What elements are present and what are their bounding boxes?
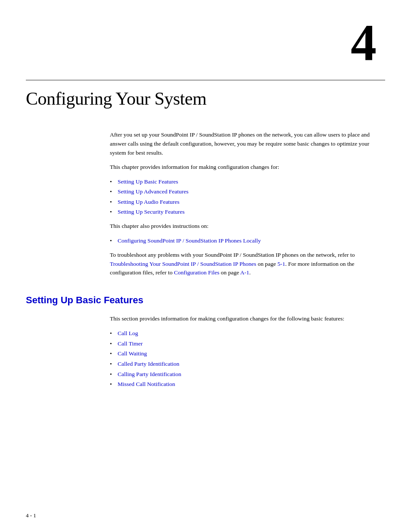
call-waiting-link[interactable]: Call Waiting bbox=[118, 350, 147, 357]
basic-features-body: This section provides information for ma… bbox=[110, 314, 377, 389]
call-log-link[interactable]: Call Log bbox=[118, 330, 138, 336]
basic-features-paragraph1: This section provides information for ma… bbox=[110, 314, 377, 324]
configuring-soundpoint-link[interactable]: Configuring SoundPoint IP / SoundStation… bbox=[118, 237, 261, 244]
page-number: 4 - 1 bbox=[26, 512, 36, 519]
intro-paragraph4: To troubleshoot any problems with your S… bbox=[110, 251, 377, 278]
intro-section: After you set up your SoundPoint IP / So… bbox=[110, 131, 377, 277]
basic-features-section: Setting Up Basic Features This section p… bbox=[26, 295, 385, 389]
page-footer: 4 - 1 bbox=[26, 512, 36, 519]
intro-paragraph2: This chapter provides information for ma… bbox=[110, 163, 377, 172]
paragraph4-mid3: on page bbox=[219, 269, 240, 276]
page-container: 4 Configuring Your System After you set … bbox=[0, 0, 411, 532]
called-party-identification-link[interactable]: Called Party Identification bbox=[118, 361, 179, 367]
config-files-link[interactable]: Configuration Files bbox=[174, 269, 219, 276]
calling-party-identification-link[interactable]: Calling Party Identification bbox=[118, 371, 181, 377]
list-item: Call Log bbox=[110, 329, 377, 338]
setting-up-basic-features-link[interactable]: Setting Up Basic Features bbox=[118, 178, 178, 185]
list-item: Missed Call Notification bbox=[110, 380, 377, 389]
paragraph4-end: . bbox=[249, 269, 251, 276]
list-item: Setting Up Audio Features bbox=[110, 197, 377, 207]
list-item: Setting Up Basic Features bbox=[110, 177, 377, 187]
list-item: Setting Up Security Features bbox=[110, 207, 377, 217]
basic-features-heading: Setting Up Basic Features bbox=[26, 295, 385, 306]
paragraph4-start: To troubleshoot any problems with your S… bbox=[110, 252, 355, 258]
intro-bullet-list1: Setting Up Basic Features Setting Up Adv… bbox=[110, 177, 377, 217]
list-item: Setting Up Advanced Features bbox=[110, 187, 377, 196]
list-item: Call Timer bbox=[110, 339, 377, 348]
chapter-title: Configuring Your System bbox=[26, 88, 385, 109]
list-item: Call Waiting bbox=[110, 349, 377, 358]
intro-paragraph3: This chapter also provides instructions … bbox=[110, 222, 377, 231]
setting-up-security-features-link[interactable]: Setting Up Security Features bbox=[118, 208, 185, 215]
intro-bullet-list2: Configuring SoundPoint IP / SoundStation… bbox=[110, 236, 377, 246]
page5-1-link[interactable]: 5-1 bbox=[277, 261, 285, 267]
list-item: Called Party Identification bbox=[110, 359, 377, 369]
list-item: Calling Party Identification bbox=[110, 370, 377, 379]
paragraph4-mid: on page bbox=[256, 261, 277, 267]
intro-paragraph1: After you set up your SoundPoint IP / So… bbox=[110, 131, 377, 158]
main-content: Configuring Your System After you set up… bbox=[26, 88, 385, 394]
page-a1-link[interactable]: A-1 bbox=[240, 269, 249, 276]
troubleshooting-link[interactable]: Troubleshooting Your SoundPoint IP / Sou… bbox=[110, 261, 256, 267]
basic-features-bullet-list: Call Log Call Timer Call Waiting Called … bbox=[110, 329, 377, 389]
call-timer-link[interactable]: Call Timer bbox=[118, 340, 143, 347]
top-rule bbox=[26, 80, 385, 81]
setting-up-advanced-features-link[interactable]: Setting Up Advanced Features bbox=[118, 188, 189, 195]
setting-up-audio-features-link[interactable]: Setting Up Audio Features bbox=[118, 199, 180, 205]
missed-call-notification-link[interactable]: Missed Call Notification bbox=[118, 381, 175, 387]
chapter-number: 4 bbox=[351, 17, 377, 69]
list-item: Configuring SoundPoint IP / SoundStation… bbox=[110, 236, 377, 246]
